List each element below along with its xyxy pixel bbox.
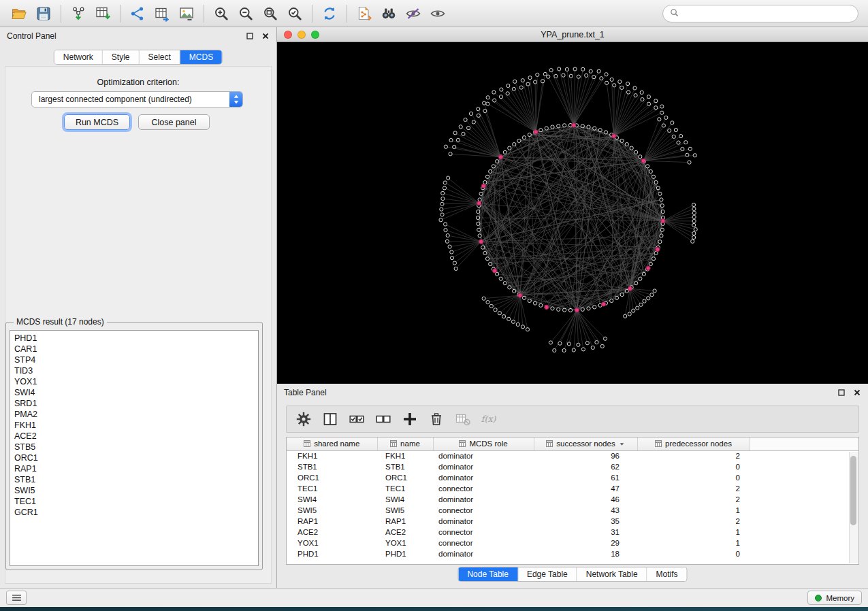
tab-mcds[interactable]: MCDS (180, 50, 222, 64)
zoom-in-button[interactable] (209, 3, 234, 24)
export-image-button[interactable] (174, 3, 199, 24)
clipboard-network-button[interactable] (352, 3, 376, 24)
table-row[interactable]: YOX1YOX1connector291 (287, 538, 858, 548)
column-header-mcds-role[interactable]: MCDS role (433, 437, 534, 450)
zoom-out-icon (238, 5, 254, 22)
float-panel-icon[interactable] (837, 389, 846, 397)
memory-button[interactable]: Memory (807, 591, 862, 605)
mcds-result-item[interactable]: PMA2 (10, 409, 258, 420)
float-panel-icon[interactable] (245, 32, 254, 41)
mcds-result-item[interactable]: RAP1 (10, 463, 258, 474)
table-row[interactable]: ORC1ORC1dominator610 (287, 472, 858, 483)
hide-details-button[interactable] (401, 3, 425, 24)
table-cell: 46 (534, 494, 637, 505)
mcds-result-item[interactable]: TEC1 (10, 496, 258, 507)
table-settings-button[interactable] (295, 410, 312, 428)
close-panel-button[interactable]: Close panel (138, 114, 210, 130)
export-network-button[interactable] (125, 3, 150, 24)
network-canvas[interactable] (277, 42, 868, 384)
select-all-rows-button[interactable] (348, 410, 366, 428)
import-network-icon (70, 5, 86, 22)
column-header-name[interactable]: name (377, 437, 433, 450)
criterion-select[interactable]: largest connected component (undirected) (31, 91, 243, 108)
table-cell-filler (750, 472, 858, 483)
zoom-out-button[interactable] (234, 3, 258, 24)
table-row[interactable]: SWI4SWI4dominator462 (287, 494, 858, 505)
search-input[interactable] (683, 9, 851, 18)
function-builder-button: f(x) (481, 410, 498, 428)
table-scrollbar-thumb[interactable] (850, 456, 856, 525)
control-panel: Control Panel NetworkStyleSelectMCDS Opt… (0, 27, 277, 588)
table-tab-motifs[interactable]: Motifs (647, 567, 687, 581)
table-cell: dominator (433, 494, 534, 505)
search-network-button[interactable] (376, 3, 401, 24)
refresh-layout-button[interactable] (317, 3, 342, 24)
add-column-button[interactable] (401, 410, 419, 428)
table-cell: PHD1 (287, 548, 377, 559)
panel-menu-button[interactable] (6, 591, 27, 605)
open-session-button[interactable] (7, 3, 31, 24)
table-cell: SWI5 (377, 505, 433, 516)
mcds-result-item[interactable]: PHD1 (10, 333, 258, 344)
export-table-button[interactable] (150, 3, 174, 24)
network-window-titlebar[interactable]: YPA_prune.txt_1 (277, 27, 868, 42)
close-panel-icon[interactable] (852, 389, 861, 397)
column-header-shared-name[interactable]: shared name (287, 437, 377, 450)
mcds-result-item[interactable]: STB1 (10, 474, 258, 485)
mcds-result-item[interactable]: STP4 (10, 354, 258, 365)
table-tab-node-table[interactable]: Node Table (458, 567, 518, 581)
close-panel-icon[interactable] (261, 32, 270, 41)
table-row[interactable]: RAP1RAP1dominator352 (287, 516, 858, 527)
table-row[interactable]: PHD1PHD1dominator180 (287, 548, 858, 559)
table-cell: 61 (534, 472, 637, 483)
toggle-column-view-button[interactable] (321, 410, 339, 428)
deselect-all-rows-button[interactable] (374, 410, 392, 428)
table-tab-network-table[interactable]: Network Table (577, 567, 647, 581)
mcds-result-item[interactable]: ACE2 (10, 431, 258, 442)
mcds-result-list[interactable]: PHD1CAR1STP4TID3YOX1SWI4SRD1PMA2FKH1ACE2… (10, 330, 259, 566)
mcds-result-item[interactable]: STB5 (10, 442, 258, 452)
tab-network[interactable]: Network (54, 50, 103, 64)
column-header-predecessor-nodes[interactable]: predecessor nodes (637, 437, 750, 450)
table-cell: TEC1 (287, 483, 377, 494)
mcds-result-item[interactable]: CAR1 (10, 344, 258, 354)
minimize-window-icon[interactable] (298, 31, 306, 39)
search-box[interactable] (662, 5, 858, 22)
import-table-button[interactable] (91, 3, 115, 24)
toolbar-icon-group (7, 3, 450, 24)
mcds-result-item[interactable]: SRD1 (10, 398, 258, 409)
mcds-result-item[interactable]: SWI4 (10, 387, 258, 398)
table-row[interactable]: SWI5SWI5connector431 (287, 505, 858, 516)
table-row[interactable]: STB1STB1dominator620 (287, 461, 858, 472)
delete-columns-button[interactable] (428, 410, 445, 428)
column-header-successor-nodes[interactable]: successor nodes (534, 437, 637, 450)
table-tab-edge-table[interactable]: Edge Table (518, 567, 577, 581)
main-toolbar (0, 0, 868, 27)
mcds-result-item[interactable]: YOX1 (10, 376, 258, 387)
mcds-result-item[interactable]: ORC1 (10, 452, 258, 463)
save-session-button[interactable] (31, 3, 56, 24)
deselect-all-rows-icon (375, 411, 391, 427)
close-window-icon[interactable] (284, 31, 292, 39)
maximize-window-icon[interactable] (311, 31, 319, 39)
zoom-selected-button[interactable] (283, 3, 307, 24)
import-network-button[interactable] (66, 3, 91, 24)
mcds-result-item[interactable]: TID3 (10, 365, 258, 376)
zoom-fit-button[interactable] (258, 3, 283, 24)
table-cell: SWI5 (287, 505, 377, 516)
add-column-icon (402, 411, 418, 427)
network-graph[interactable] (277, 42, 868, 384)
show-details-button[interactable] (425, 3, 450, 24)
table-row[interactable]: FKH1FKH1dominator962 (287, 450, 858, 461)
mcds-result-item[interactable]: SWI5 (10, 485, 258, 496)
table-row[interactable]: TEC1TEC1connector472 (287, 483, 858, 494)
table-cell: 2 (637, 450, 750, 461)
search-network-icon (381, 5, 397, 22)
tab-style[interactable]: Style (103, 50, 140, 64)
mcds-result-item[interactable]: GCR1 (10, 507, 258, 518)
mcds-result-item[interactable]: FKH1 (10, 420, 258, 431)
table-row[interactable]: ACE2ACE2connector311 (287, 527, 858, 538)
tab-select[interactable]: Select (140, 50, 180, 64)
table-scrollbar-track[interactable] (849, 452, 858, 563)
run-mcds-button[interactable]: Run MCDS (64, 114, 130, 130)
